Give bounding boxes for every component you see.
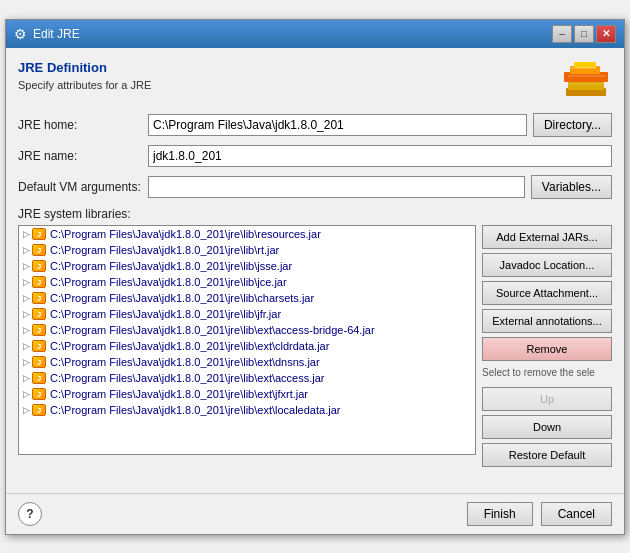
jre-name-row: JRE name:: [18, 145, 612, 167]
edit-jre-dialog: ⚙ Edit JRE – □ ✕ JRE Definition Specify …: [5, 19, 625, 535]
finish-button[interactable]: Finish: [467, 502, 533, 526]
right-buttons-panel: Add External JARs... Javadoc Location...…: [482, 225, 612, 467]
library-list-wrapper: ▷JC:\Program Files\Java\jdk1.8.0_201\jre…: [18, 225, 476, 455]
jar-icon: J: [32, 244, 46, 256]
lib-path: C:\Program Files\Java\jdk1.8.0_201\jre\l…: [50, 244, 279, 256]
jar-icon: J: [32, 276, 46, 288]
list-item[interactable]: ▷JC:\Program Files\Java\jdk1.8.0_201\jre…: [19, 258, 475, 274]
libraries-area: ▷JC:\Program Files\Java\jdk1.8.0_201\jre…: [18, 225, 612, 467]
lib-path: C:\Program Files\Java\jdk1.8.0_201\jre\l…: [50, 324, 375, 336]
vm-args-input[interactable]: [148, 176, 525, 198]
list-item[interactable]: ▷JC:\Program Files\Java\jdk1.8.0_201\jre…: [19, 242, 475, 258]
add-external-jars-button[interactable]: Add External JARs...: [482, 225, 612, 249]
dialog-content: JRE Definition Specify attributes for a …: [6, 48, 624, 489]
jre-home-row: JRE home: Directory...: [18, 113, 612, 137]
lib-path: C:\Program Files\Java\jdk1.8.0_201\jre\l…: [50, 292, 314, 304]
lib-path: C:\Program Files\Java\jdk1.8.0_201\jre\l…: [50, 228, 321, 240]
list-item[interactable]: ▷JC:\Program Files\Java\jdk1.8.0_201\jre…: [19, 370, 475, 386]
library-list-inner[interactable]: ▷JC:\Program Files\Java\jdk1.8.0_201\jre…: [19, 226, 475, 454]
lib-path: C:\Program Files\Java\jdk1.8.0_201\jre\l…: [50, 372, 325, 384]
jar-icon: J: [32, 340, 46, 352]
down-button[interactable]: Down: [482, 415, 612, 439]
jar-icon: J: [32, 292, 46, 304]
bottom-bar: ? Finish Cancel: [6, 493, 624, 534]
title-bar-left: ⚙ Edit JRE: [14, 26, 80, 42]
javadoc-location-button[interactable]: Javadoc Location...: [482, 253, 612, 277]
jar-icon: J: [32, 372, 46, 384]
jre-home-input[interactable]: [148, 114, 527, 136]
restore-default-button[interactable]: Restore Default: [482, 443, 612, 467]
cancel-button[interactable]: Cancel: [541, 502, 612, 526]
window-title: Edit JRE: [33, 27, 80, 41]
up-button[interactable]: Up: [482, 387, 612, 411]
help-button[interactable]: ?: [18, 502, 42, 526]
jar-icon: J: [32, 356, 46, 368]
jar-icon: J: [32, 404, 46, 416]
list-item[interactable]: ▷JC:\Program Files\Java\jdk1.8.0_201\jre…: [19, 386, 475, 402]
list-item[interactable]: ▷JC:\Program Files\Java\jdk1.8.0_201\jre…: [19, 322, 475, 338]
vm-args-row: Default VM arguments: Variables...: [18, 175, 612, 199]
title-bar: ⚙ Edit JRE – □ ✕: [6, 20, 624, 48]
remove-tooltip: Select to remove the sele: [482, 367, 612, 383]
lib-path: C:\Program Files\Java\jdk1.8.0_201\jre\l…: [50, 388, 308, 400]
list-item[interactable]: ▷JC:\Program Files\Java\jdk1.8.0_201\jre…: [19, 402, 475, 418]
list-item[interactable]: ▷JC:\Program Files\Java\jdk1.8.0_201\jre…: [19, 354, 475, 370]
header-area: JRE Definition Specify attributes for a …: [18, 60, 612, 103]
jar-icon: J: [32, 388, 46, 400]
libraries-label: JRE system libraries:: [18, 207, 612, 221]
title-controls: – □ ✕: [552, 25, 616, 43]
list-item[interactable]: ▷JC:\Program Files\Java\jdk1.8.0_201\jre…: [19, 338, 475, 354]
list-item[interactable]: ▷JC:\Program Files\Java\jdk1.8.0_201\jre…: [19, 274, 475, 290]
jre-home-label: JRE home:: [18, 118, 148, 132]
lib-path: C:\Program Files\Java\jdk1.8.0_201\jre\l…: [50, 308, 281, 320]
jre-name-input[interactable]: [148, 145, 612, 167]
list-item[interactable]: ▷JC:\Program Files\Java\jdk1.8.0_201\jre…: [19, 306, 475, 322]
section-subtitle: Specify attributes for a JRE: [18, 79, 151, 91]
logo-icon: [560, 60, 612, 102]
jre-name-label: JRE name:: [18, 149, 148, 163]
header-text: JRE Definition Specify attributes for a …: [18, 60, 151, 103]
section-title: JRE Definition: [18, 60, 151, 75]
lib-path: C:\Program Files\Java\jdk1.8.0_201\jre\l…: [50, 404, 340, 416]
variables-button[interactable]: Variables...: [531, 175, 612, 199]
jar-icon: J: [32, 308, 46, 320]
jar-icon: J: [32, 228, 46, 240]
remove-button[interactable]: Remove: [482, 337, 612, 361]
bottom-right-buttons: Finish Cancel: [467, 502, 612, 526]
minimize-button[interactable]: –: [552, 25, 572, 43]
close-button[interactable]: ✕: [596, 25, 616, 43]
lib-path: C:\Program Files\Java\jdk1.8.0_201\jre\l…: [50, 340, 329, 352]
list-item[interactable]: ▷JC:\Program Files\Java\jdk1.8.0_201\jre…: [19, 226, 475, 242]
jar-icon: J: [32, 260, 46, 272]
lib-path: C:\Program Files\Java\jdk1.8.0_201\jre\l…: [50, 276, 287, 288]
svg-rect-4: [574, 62, 596, 68]
vm-args-label: Default VM arguments:: [18, 180, 148, 194]
title-icon: ⚙: [14, 26, 27, 42]
maximize-button[interactable]: □: [574, 25, 594, 43]
directory-button[interactable]: Directory...: [533, 113, 612, 137]
list-item[interactable]: ▷JC:\Program Files\Java\jdk1.8.0_201\jre…: [19, 290, 475, 306]
source-attachment-button[interactable]: Source Attachment...: [482, 281, 612, 305]
lib-path: C:\Program Files\Java\jdk1.8.0_201\jre\l…: [50, 356, 320, 368]
lib-path: C:\Program Files\Java\jdk1.8.0_201\jre\l…: [50, 260, 292, 272]
jar-icon: J: [32, 324, 46, 336]
library-list: ▷JC:\Program Files\Java\jdk1.8.0_201\jre…: [19, 226, 475, 418]
external-annotations-button[interactable]: External annotations...: [482, 309, 612, 333]
